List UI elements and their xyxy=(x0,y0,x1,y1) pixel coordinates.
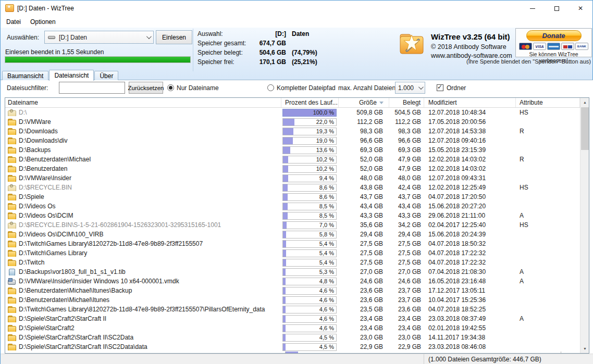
table-row[interactable]: D:\VMWare 22,0 % 112,2 GB 112,2 GB 17.05… xyxy=(5,117,580,127)
column-header[interactable]: Größe xyxy=(339,98,389,107)
percent-bar-fill xyxy=(283,194,288,200)
payment-cards: VISABANK xyxy=(516,43,591,50)
table-row[interactable]: D:\Videos Os 8,5 % 43,4 GB 43,4 GB 15.06… xyxy=(5,202,580,211)
scan-status-text: Einlesen beendet in 1,55 Sekunden xyxy=(5,48,104,56)
percent-value: 4,6 % xyxy=(319,316,334,322)
table-row[interactable]: D:\Backups\vor1803_full_b1_s1_v1.tib 5,3… xyxy=(5,267,580,277)
scrollbar-thumb[interactable] xyxy=(581,107,589,150)
tab-dateiansicht[interactable]: Dateiansicht xyxy=(49,70,94,81)
column-header[interactable]: Prozent des Lauf... xyxy=(281,98,339,107)
percent-bar-fill xyxy=(283,156,288,163)
file-size: 43,4 GB xyxy=(339,203,389,210)
system-folder-icon xyxy=(8,184,16,191)
minimize-button[interactable] xyxy=(521,1,545,16)
percent-value: 9,4 % xyxy=(319,175,334,182)
file-size: 98,3 GB xyxy=(339,128,389,135)
scan-button[interactable]: Einlesen xyxy=(156,30,192,44)
table-row[interactable]: D:\Benutzerdaten\Michael\Itunes 4,6 % 23… xyxy=(5,295,580,305)
table-row[interactable]: D:\Spiele\StarCraft2\StarCraft II 4,6 % … xyxy=(5,314,580,323)
table-row[interactable]: D:\Backups 13,6 % 69,3 GB 69,3 GB 15.05.… xyxy=(5,145,580,155)
percent-value: 8,6 % xyxy=(319,194,334,200)
column-header[interactable]: Belegt xyxy=(389,98,424,107)
table-row[interactable]: D:\VMWare\Insider\Insider Windows 10 x64… xyxy=(5,277,580,286)
close-button[interactable]: ✕ xyxy=(569,1,592,16)
table-row[interactable]: D:\Benutzerdaten\Michael 10,2 % 52,0 GB … xyxy=(5,155,580,164)
max-files-dropdown[interactable]: 1.000 xyxy=(395,82,425,94)
percent-bar: 100,0 % xyxy=(282,109,337,117)
percent-bar: 4,5 % xyxy=(282,343,337,351)
file-allocated: 23,4 GB xyxy=(389,315,424,322)
file-allocated: 42,4 GB xyxy=(389,184,424,191)
percent-bar-fill xyxy=(283,259,286,266)
percent-bar: 9,4 % xyxy=(282,174,337,182)
summary-row: Auswahl: [D:] Daten xyxy=(197,29,354,39)
file-allocated: 96,6 GB xyxy=(389,137,424,144)
table-row[interactable]: D:\Downloads 19,3 % 98,3 GB 98,3 GB 12.0… xyxy=(5,127,580,136)
table-row[interactable]: D:\$RECYCLE.BIN 8,6 % 43,8 GB 42,4 GB 12… xyxy=(5,183,580,192)
table-row[interactable]: D:\Twitch\Games Library\8120272b-11d8-47… xyxy=(5,305,580,314)
summary-value: 674,7 GB xyxy=(254,40,286,47)
folders-checkbox[interactable] xyxy=(437,84,443,91)
percent-bar: 8,5 % xyxy=(282,212,337,220)
folder-icon xyxy=(8,175,16,181)
file-allocated: 98,3 GB xyxy=(389,128,424,135)
folder-icon xyxy=(8,194,16,200)
summary-extra: Daten xyxy=(292,30,309,37)
radio-full-path[interactable] xyxy=(267,84,274,91)
table-row[interactable]: D:\Spiele\StarCraft2 4,6 % 23,4 GB 23,4 … xyxy=(5,323,580,333)
percent-value: 4,5 % xyxy=(319,344,334,350)
file-size: 43,8 GB xyxy=(339,184,389,191)
maximize-icon xyxy=(554,6,559,11)
max-files-value: 1.000 xyxy=(398,84,414,92)
table-row[interactable]: D:\Benutzerdaten 10,2 % 52,0 GB 47,9 GB … xyxy=(5,164,580,173)
table-row[interactable]: D:\Twitch\Games Library\8120272b-11d8-47… xyxy=(5,239,580,248)
file-filter-input[interactable] xyxy=(59,82,125,94)
table-row[interactable]: D:\Twitch\Games Library 5,4 % 27,5 GB 27… xyxy=(5,248,580,258)
table-row[interactable]: D:\Downloads\div 19,0 % 96,6 GB 96,6 GB … xyxy=(5,136,580,145)
column-header[interactable]: Dateiname xyxy=(5,98,281,107)
maximize-button[interactable] xyxy=(545,1,569,16)
table-row[interactable]: D:\$RECYCLE.BIN\S-1-5-21-602861904-15263… xyxy=(5,220,580,230)
amex-card-icon xyxy=(547,43,560,50)
tab-baumansicht[interactable]: Baumansicht xyxy=(2,71,48,80)
menu-item-datei[interactable]: Datei xyxy=(2,17,26,27)
table-row[interactable]: D:\Videos Os\DCIM 8,5 % 43,3 GB 43,3 GB … xyxy=(5,211,580,220)
table-row[interactable]: D:\Benutzerdaten\Michael\Itunes\Backup 4… xyxy=(5,286,580,295)
file-modified: 02.04.2017 12:25:40 xyxy=(424,221,516,229)
file-name: D:\Twitch\Games Library\8120272b-11d8-47… xyxy=(19,240,203,247)
table-row[interactable]: D:\Spiele 8,6 % 43,7 GB 43,7 GB 04.07.20… xyxy=(5,192,580,202)
file-allocated: 27,5 GB xyxy=(389,259,424,266)
table-row[interactable]: D:\Spiele\StarCraft2\StarCraft II\SC2Dat… xyxy=(5,333,580,342)
drive-select-dropdown[interactable]: [D:] Daten xyxy=(44,31,154,44)
table-row[interactable]: D:\Spiele\StarCraft2\StarCraft II\SC2Dat… xyxy=(5,342,580,352)
menu-item-optionen[interactable]: Optionen xyxy=(26,17,60,27)
table-row[interactable]: D:\VMWare\Insider 9,4 % 48,0 GB 48,0 GB … xyxy=(5,173,580,183)
folder-icon xyxy=(8,128,16,134)
file-modified: 15.06.2018 20:24:39 xyxy=(424,231,516,238)
column-header[interactable]: Attribute xyxy=(516,98,580,107)
vertical-scrollbar[interactable]: ▲ ▼ xyxy=(580,98,589,353)
file-name: D:\$RECYCLE.BIN\S-1-5-21-602861904-15263… xyxy=(19,221,221,229)
column-header-label: Dateiname xyxy=(8,99,38,106)
menu-bar: DateiOptionen xyxy=(1,16,592,28)
table-row[interactable]: D:\Videos Os\DCIM\100_VIRB 5,8 % 29,4 GB… xyxy=(5,230,580,239)
app-version-title: WizTree v3.25 (64 bit) xyxy=(431,32,510,41)
reset-button[interactable]: Zurücksetzen xyxy=(129,82,163,94)
file-modified: 23.03.2018 08:37:49 xyxy=(424,315,516,322)
table-row[interactable]: D:\Twitch 5,4 % 27,5 GB 27,5 GB 04.07.20… xyxy=(5,258,580,267)
radio-filename-only[interactable] xyxy=(167,84,174,91)
donate-button[interactable]: Donate xyxy=(526,30,582,41)
title-bar: [D:] Daten - WizTree ✕ xyxy=(1,1,592,16)
file-name: D:\$RECYCLE.BIN xyxy=(19,184,72,191)
table-row[interactable]: D:\ 100,0 % 509,8 GB 504,5 GB 12.07.2018… xyxy=(5,108,580,117)
file-size: 27,5 GB xyxy=(339,240,389,247)
column-header-label: Prozent des Lauf... xyxy=(285,99,338,106)
tab-ber[interactable]: Über xyxy=(94,71,118,80)
percent-bar-fill xyxy=(283,212,288,219)
file-allocated: 43,7 GB xyxy=(389,193,424,200)
column-header[interactable]: Modifiziert xyxy=(424,98,516,107)
file-allocated: 43,3 GB xyxy=(389,212,424,219)
scroll-down-icon[interactable]: ▼ xyxy=(580,344,589,353)
scroll-up-icon[interactable]: ▲ xyxy=(580,98,589,107)
folder-icon xyxy=(8,287,16,294)
